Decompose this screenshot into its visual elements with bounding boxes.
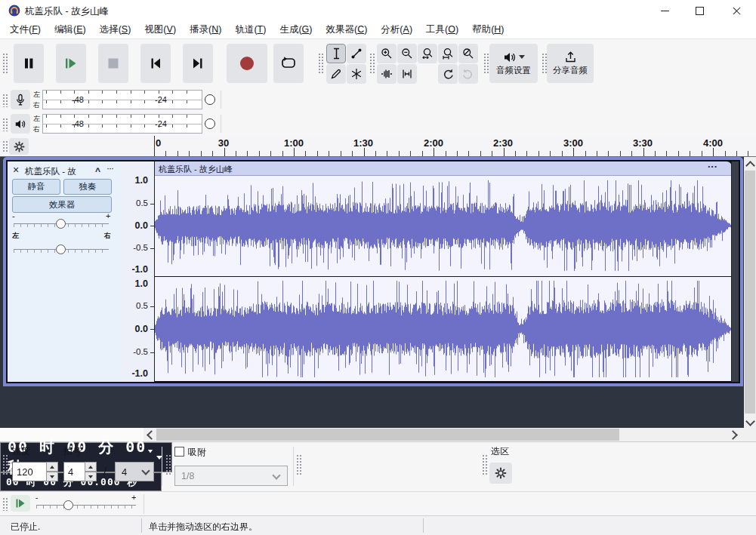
menu-tools[interactable]: 工具(O) [419, 20, 465, 39]
menu-tracks[interactable]: 轨道(T) [228, 20, 273, 39]
play-icon [64, 57, 78, 69]
time-signature-grip[interactable] [2, 454, 8, 475]
dropdown-arrow-icon[interactable] [148, 450, 153, 453]
track-name[interactable]: 杭盖乐队 - 故 [25, 166, 76, 177]
menu-help[interactable]: 帮助(H) [465, 20, 511, 39]
menu-generate[interactable]: 生成(G) [273, 20, 319, 39]
playback-meter-tick-24: -24 [155, 119, 167, 128]
beats-upper-input[interactable]: 4 [63, 462, 85, 481]
share-audio-button[interactable]: 分享音频 [547, 44, 594, 83]
record-meter-grip[interactable] [2, 94, 8, 107]
snap-select[interactable]: 1/8 [174, 466, 288, 486]
timeline-ruler[interactable]: 0 30 1:00 1:30 2:00 2:30 3:00 3:30 4:00 [154, 136, 756, 156]
solo-button[interactable]: 独奏 [63, 179, 112, 195]
clip-right-edge[interactable] [731, 161, 732, 382]
beats-spinner-down[interactable] [85, 472, 97, 481]
skip-to-end-button[interactable] [183, 44, 213, 83]
beats-upper-value: 4 [68, 466, 73, 478]
draw-tool-button[interactable] [326, 64, 346, 84]
time-grip[interactable] [296, 454, 302, 475]
horizontal-scrollbar-thumb[interactable] [156, 429, 619, 441]
record-button[interactable] [227, 44, 267, 83]
selection-grip[interactable] [482, 454, 488, 475]
selection-options-button[interactable] [489, 463, 512, 484]
undo-button[interactable] [438, 64, 458, 84]
track-empty-area[interactable] [732, 161, 739, 382]
playback-meter-button[interactable] [11, 114, 30, 134]
vertical-scrollbar-thumb[interactable] [745, 171, 755, 414]
zoom-selection-button[interactable] [418, 44, 437, 63]
zoom-out-button[interactable] [397, 44, 417, 63]
pan-slider-thumb[interactable] [56, 244, 66, 254]
pause-button[interactable] [14, 44, 44, 83]
snap-checkbox[interactable] [174, 447, 184, 457]
stop-button[interactable] [98, 44, 128, 83]
dropdown-arrow-icon[interactable] [156, 456, 162, 460]
track-collapse-button[interactable]: ^ [95, 166, 100, 177]
beats-label: 拍号 [63, 445, 82, 458]
maximize-button[interactable] [682, 0, 717, 21]
menu-select[interactable]: 选择(S) [93, 20, 138, 39]
track-menu-button[interactable]: ··· [106, 163, 113, 174]
menu-bar: 文件(F) 编辑(E) 选择(S) 视图(V) 播录(N) 轨道(T) 生成(G… [0, 21, 756, 39]
scroll-up-icon[interactable] [745, 161, 755, 171]
selection-tool-button[interactable] [326, 44, 346, 63]
menu-file[interactable]: 文件(F) [3, 20, 48, 39]
edit-grip[interactable] [369, 53, 375, 74]
effects-button[interactable]: 效果器 [12, 196, 112, 213]
speed-slider-thumb[interactable] [63, 500, 73, 510]
playback-meter-bar[interactable]: -48 -24 [42, 114, 202, 134]
timeline-tick-0: 0 [156, 137, 166, 149]
tempo-spinner-down[interactable] [46, 472, 58, 481]
transport-grip[interactable] [2, 53, 8, 74]
clip-header[interactable]: 杭盖乐队 - 故乡山峰 ··· [154, 161, 732, 176]
trim-audio-button[interactable] [377, 64, 397, 84]
beats-lower-select[interactable]: 4 [115, 462, 154, 481]
loop-button[interactable] [273, 44, 304, 83]
gain-slider-thumb[interactable] [56, 219, 66, 229]
zoom-toggle-button[interactable] [458, 44, 478, 63]
play-at-speed-grip[interactable] [2, 497, 8, 511]
close-button[interactable] [717, 0, 756, 21]
envelope-tool-button[interactable] [347, 44, 366, 63]
menu-effect[interactable]: 效果器(C) [319, 20, 374, 39]
clip-left-edge[interactable] [154, 161, 155, 382]
tempo-input[interactable]: 120 [12, 462, 47, 481]
menu-view[interactable]: 视图(V) [137, 20, 183, 39]
menu-transport[interactable]: 播录(N) [183, 20, 228, 39]
vertical-scrollbar[interactable] [744, 157, 756, 428]
menu-edit[interactable]: 编辑(E) [48, 20, 93, 39]
record-meter-bar[interactable]: -48 -24 [42, 90, 202, 109]
tempo-spinner-up[interactable] [46, 462, 58, 472]
timeline-toolbar: 0 30 1:00 1:30 2:00 2:30 3:00 3:30 4:00 [0, 136, 756, 157]
audio-setup-grip[interactable] [483, 53, 489, 74]
title-bar: 杭盖乐队 - 故乡山峰 [0, 0, 756, 22]
minimize-button[interactable] [647, 0, 682, 21]
beats-spinner-up[interactable] [85, 462, 97, 472]
snap-grip[interactable] [165, 454, 171, 475]
timeline-options-button[interactable] [9, 138, 29, 155]
zoom-fit-button[interactable] [438, 44, 458, 63]
menu-analyze[interactable]: 分析(A) [374, 20, 419, 39]
play-button[interactable] [56, 44, 86, 83]
playback-clip-indicator[interactable] [205, 118, 215, 129]
record-clip-indicator[interactable] [205, 94, 215, 105]
clip-menu-button[interactable]: ··· [708, 161, 717, 172]
scroll-right-icon[interactable] [728, 430, 738, 440]
playback-meter-grip[interactable] [2, 118, 8, 131]
audio-setup-button[interactable]: 音频设置 [489, 44, 538, 83]
mute-button[interactable]: 静音 [12, 179, 60, 195]
play-at-speed-button[interactable] [11, 495, 30, 512]
redo-button[interactable] [458, 64, 478, 84]
waveform-canvas[interactable] [154, 176, 731, 381]
track-close-button[interactable]: × [13, 164, 19, 176]
skip-to-start-button[interactable] [140, 44, 171, 83]
record-meter-button[interactable] [11, 90, 30, 109]
timeline-grip[interactable] [2, 140, 8, 152]
silence-audio-button[interactable] [397, 64, 417, 84]
scroll-down-icon[interactable] [745, 417, 755, 426]
speaker-icon [14, 118, 26, 130]
tools-grip[interactable] [318, 53, 324, 74]
zoom-in-button[interactable] [377, 44, 397, 63]
multi-tool-button[interactable] [347, 64, 366, 84]
